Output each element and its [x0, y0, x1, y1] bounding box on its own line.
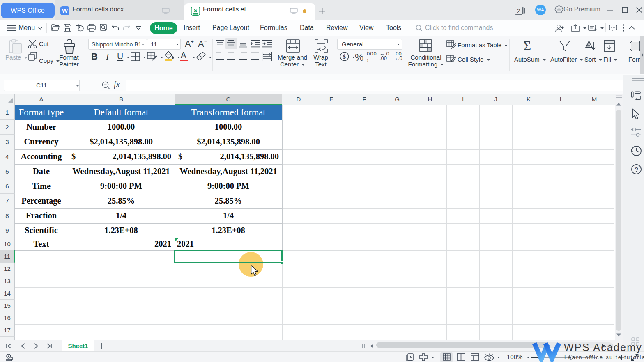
svg-text:?: ? [635, 166, 638, 173]
svg-text:$: $ [343, 54, 346, 60]
svg-text:S: S [194, 8, 197, 14]
svg-text:2: 2 [517, 8, 520, 14]
